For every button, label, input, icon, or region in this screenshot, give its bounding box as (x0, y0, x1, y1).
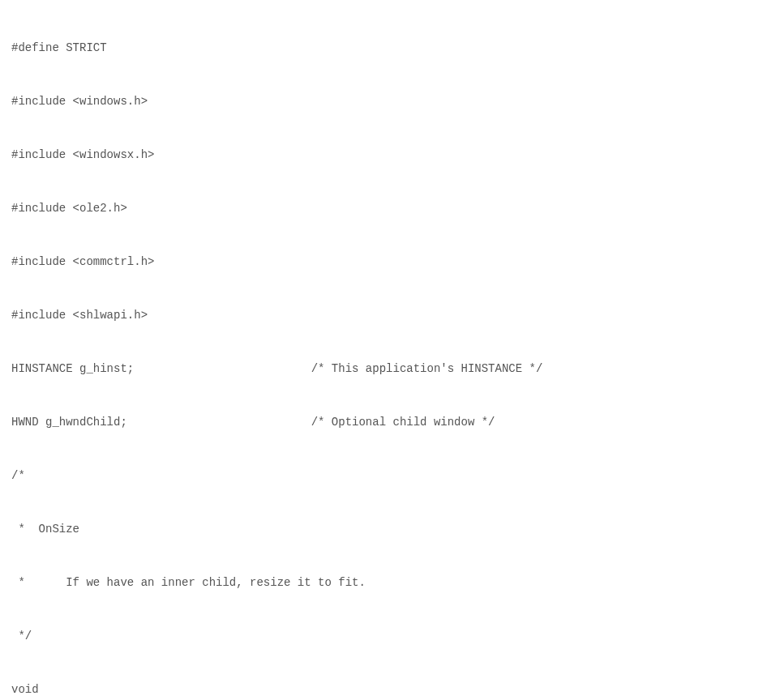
code-line: */ (11, 627, 773, 645)
code-line: #include <shlwapi.h> (11, 306, 773, 324)
code-line: * If we have an inner child, resize it t… (11, 574, 773, 591)
code-line: /* (11, 467, 773, 484)
code-line: HINSTANCE g_hinst; /* This application's… (11, 360, 773, 378)
code-line: void (11, 681, 773, 698)
code-line: HWND g_hwndChild; /* Optional child wind… (11, 413, 773, 431)
code-line: #include <ole2.h> (11, 199, 773, 217)
code-block: #define STRICT #include <windows.h> #inc… (11, 3, 773, 700)
code-line: #include <windowsx.h> (11, 146, 773, 164)
code-line: #define STRICT (11, 39, 773, 57)
code-line: #include <windows.h> (11, 92, 773, 110)
code-line: * OnSize (11, 520, 773, 538)
code-line: #include <commctrl.h> (11, 253, 773, 271)
